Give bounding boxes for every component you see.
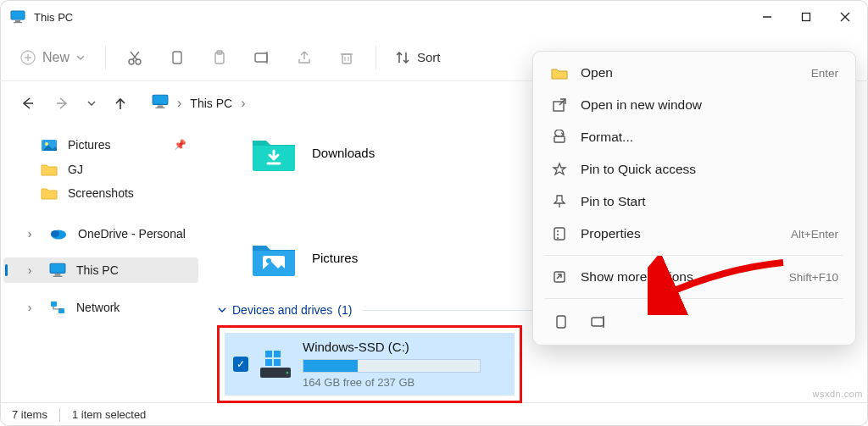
new-button[interactable]: New <box>12 45 93 70</box>
sort-icon <box>395 50 410 65</box>
close-button[interactable] <box>826 0 865 34</box>
maximize-button[interactable] <box>787 0 826 34</box>
context-menu-pin-to-start[interactable]: Pin to Start <box>538 185 850 218</box>
folder-icon <box>41 186 58 200</box>
svg-point-32 <box>45 142 48 146</box>
this-pc-icon <box>10 10 25 24</box>
navigation-pane: Pictures 📌 GJ Screenshots › OneDrive - P… <box>0 125 202 402</box>
forward-button[interactable] <box>47 88 78 119</box>
format-icon <box>550 130 569 145</box>
chevron-down-icon <box>76 54 85 61</box>
network-icon <box>49 300 66 315</box>
pin-icon <box>550 194 569 209</box>
svg-rect-4 <box>803 14 810 21</box>
sort-label: Sort <box>417 50 441 64</box>
sidebar-item-this-pc[interactable]: › This PC <box>3 257 198 283</box>
show-more-icon <box>550 269 569 285</box>
group-label: Devices and drives <box>232 303 332 317</box>
sidebar-item-network[interactable]: › Network <box>3 295 198 320</box>
status-selected-count: 1 item selected <box>72 408 146 421</box>
svg-rect-48 <box>274 359 281 366</box>
svg-rect-14 <box>173 52 181 64</box>
os-drive-icon <box>257 346 294 383</box>
chevron-right-icon[interactable]: › <box>24 227 36 241</box>
context-menu-show-more-options[interactable]: Show more options Shift+F10 <box>538 261 850 293</box>
context-menu-open[interactable]: Open Enter <box>538 57 850 89</box>
chevron-right-icon[interactable]: › <box>24 301 36 314</box>
drive-windows-ssd-c[interactable]: ✓ Windows-SSD (C:) 164 GB free of 237 GB <box>225 333 515 396</box>
annotation-highlight-box: ✓ Windows-SSD (C:) 164 GB free of 237 GB <box>217 325 522 403</box>
sidebar-item-onedrive[interactable]: › OneDrive - Personal <box>3 222 198 246</box>
svg-rect-1 <box>15 20 20 22</box>
this-pc-icon <box>49 263 66 278</box>
copy-button[interactable] <box>160 41 194 75</box>
recent-locations-button[interactable] <box>83 88 100 119</box>
new-window-icon <box>550 97 569 113</box>
context-menu-properties[interactable]: Properties Alt+Enter <box>538 218 850 250</box>
svg-rect-19 <box>342 54 351 64</box>
breadcrumb-location[interactable]: This PC <box>190 97 232 110</box>
chevron-down-icon <box>217 305 227 315</box>
chevron-right-icon[interactable]: › <box>24 263 36 277</box>
minimize-button[interactable] <box>748 0 787 34</box>
sidebar-item-label: Pictures <box>68 138 111 152</box>
rename-button[interactable] <box>245 41 279 75</box>
svg-marker-52 <box>554 163 565 174</box>
svg-rect-2 <box>14 22 22 23</box>
chevron-right-icon: › <box>177 96 181 111</box>
cut-button[interactable] <box>118 41 152 75</box>
svg-rect-53 <box>554 228 565 240</box>
pictures-folder-icon <box>251 239 297 276</box>
this-pc-icon <box>152 94 169 113</box>
svg-point-44 <box>286 371 288 373</box>
file-explorer-window: This PC New Sort › This <box>0 0 868 426</box>
copy-icon[interactable] <box>550 311 572 333</box>
context-menu-format[interactable]: Format... <box>538 121 850 153</box>
context-menu-label: Pin to Start <box>581 194 646 209</box>
svg-rect-36 <box>55 274 61 275</box>
drive-name: Windows-SSD (C:) <box>303 340 506 354</box>
status-bar: 7 items 1 item selected <box>0 402 868 426</box>
context-menu-shortcut: Shift+F10 <box>789 271 838 284</box>
pictures-folder-icon <box>41 137 58 152</box>
status-item-count: 7 items <box>12 408 47 421</box>
context-menu-pin-quick-access[interactable]: Pin to Quick access <box>538 153 850 185</box>
back-button[interactable] <box>12 88 42 119</box>
title-bar: This PC <box>0 0 868 34</box>
svg-rect-30 <box>155 108 164 108</box>
selection-checkbox[interactable]: ✓ <box>233 357 248 372</box>
svg-rect-47 <box>265 359 272 366</box>
context-menu-label: Show more options <box>581 269 693 285</box>
svg-rect-0 <box>11 11 25 19</box>
svg-point-55 <box>557 234 559 235</box>
svg-point-10 <box>129 59 134 64</box>
paste-button[interactable] <box>203 41 236 75</box>
sort-button[interactable]: Sort <box>388 41 448 75</box>
svg-rect-28 <box>153 95 168 104</box>
folder-label: Pictures <box>312 251 358 265</box>
drive-free-space: 164 GB free of 237 GB <box>303 376 506 389</box>
star-icon <box>550 162 569 177</box>
rename-icon[interactable] <box>587 311 609 333</box>
sidebar-item-label: GJ <box>68 163 83 176</box>
sidebar-item-pictures[interactable]: Pictures 📌 <box>3 132 198 158</box>
sidebar-item-label: Screenshots <box>68 186 134 200</box>
svg-rect-46 <box>274 351 281 357</box>
sidebar-item-gj[interactable]: GJ <box>3 158 198 181</box>
share-button[interactable] <box>287 41 321 75</box>
svg-point-11 <box>136 59 141 64</box>
context-menu: Open Enter Open in new window Format... … <box>532 51 856 346</box>
properties-icon <box>550 226 569 241</box>
context-menu-label: Format... <box>581 130 633 145</box>
sidebar-item-screenshots[interactable]: Screenshots <box>3 181 198 205</box>
context-menu-open-new-window[interactable]: Open in new window <box>538 89 850 121</box>
folder-open-icon <box>550 66 569 80</box>
chevron-right-icon: › <box>241 96 245 111</box>
delete-button[interactable] <box>330 41 364 75</box>
svg-rect-45 <box>265 351 272 357</box>
drive-usage-bar <box>303 359 481 373</box>
plus-circle-icon <box>20 50 36 65</box>
up-button[interactable] <box>105 88 136 119</box>
svg-line-58 <box>557 274 561 279</box>
group-count: (1) <box>337 303 352 317</box>
